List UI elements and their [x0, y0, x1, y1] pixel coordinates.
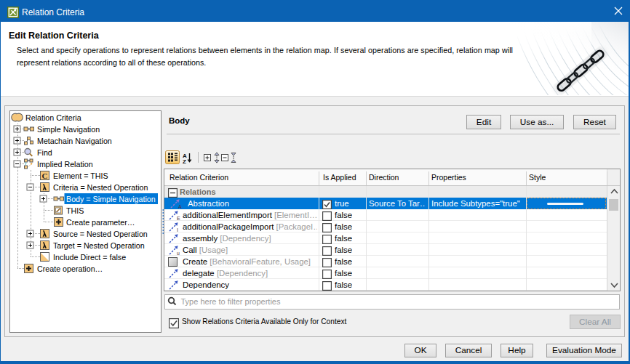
- svg-text:Metachain Navigation: Metachain Navigation: [37, 137, 112, 145]
- svg-text:Element = THIS: Element = THIS: [53, 171, 108, 180]
- svg-text:E: E: [177, 216, 180, 220]
- svg-text:A: A: [178, 204, 182, 209]
- svg-text:Target = Nested Operation: Target = Nested Operation: [53, 241, 145, 250]
- svg-text:u: u: [177, 251, 180, 255]
- svg-text:THIS: THIS: [66, 206, 84, 215]
- svg-text:I: I: [177, 227, 178, 232]
- svg-text:Create operation…: Create operation…: [37, 264, 103, 273]
- svg-text:Find: Find: [37, 148, 52, 157]
- svg-text:Relation Criteria: Relation Criteria: [25, 113, 81, 122]
- svg-text:Body = Simple Navigation: Body = Simple Navigation: [66, 195, 156, 203]
- svg-text:Create parameter…: Create parameter…: [66, 218, 135, 227]
- svg-text:Criteria = Nested Operation: Criteria = Nested Operation: [53, 183, 148, 192]
- svg-text:Source = Nested Operation: Source = Nested Operation: [53, 230, 148, 238]
- svg-text:Simple Navigation: Simple Navigation: [37, 125, 100, 134]
- svg-text:C: C: [42, 171, 48, 180]
- svg-text:Z: Z: [183, 158, 186, 165]
- svg-text:Implied Relation: Implied Relation: [37, 160, 93, 169]
- svg-text:Include Direct = false: Include Direct = false: [53, 253, 126, 262]
